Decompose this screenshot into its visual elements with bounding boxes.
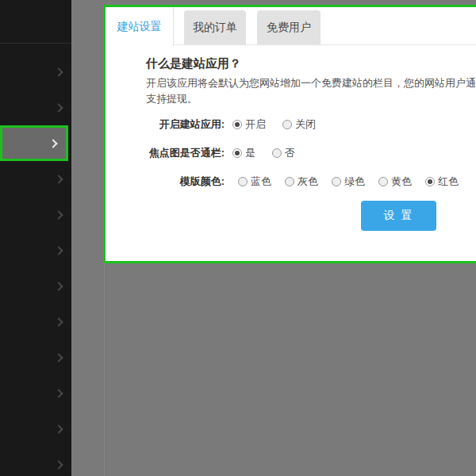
chevron-right-icon <box>54 282 63 290</box>
radio-unselected-icon[interactable] <box>378 177 388 186</box>
radio-label: 灰色 <box>298 175 318 189</box>
radio-label: 开启 <box>245 117 266 132</box>
sidebar-item[interactable] <box>0 54 71 90</box>
tab-my-orders[interactable]: 我的订单 <box>184 10 246 44</box>
sidebar <box>0 0 71 476</box>
radio-option-color-red[interactable]: 红色 <box>425 175 459 189</box>
radio-label: 黄色 <box>391 175 412 189</box>
radio-unselected-icon[interactable] <box>332 177 341 186</box>
tab-content: 什么是建站应用？ 开启该应用将会默认为您网站增加一个免费建站的栏目，您的网站用户… <box>106 46 476 261</box>
radio-option-color-yellow[interactable]: 黄色 <box>378 175 412 189</box>
chevron-right-icon <box>54 389 63 397</box>
chevron-right-icon <box>54 460 63 469</box>
radio-label: 关闭 <box>295 117 316 132</box>
radio-unselected-icon[interactable] <box>238 177 248 186</box>
chevron-right-icon <box>48 139 57 148</box>
row-label: 开启建站应用: <box>106 117 225 132</box>
radio-option-color-green[interactable]: 绿色 <box>332 175 365 189</box>
chevron-right-icon <box>54 67 63 76</box>
row-label: 焦点图是否通栏: <box>106 146 225 160</box>
radio-label: 蓝色 <box>251 175 271 189</box>
sidebar-item[interactable] <box>0 268 71 304</box>
chevron-right-icon <box>54 210 63 219</box>
intro-description-line2: 支持提现。 <box>146 92 198 106</box>
radio-unselected-icon[interactable] <box>272 148 282 158</box>
sidebar-item[interactable] <box>0 411 71 447</box>
radio-label: 是 <box>245 146 255 160</box>
radio-unselected-icon[interactable] <box>282 120 292 129</box>
sidebar-item[interactable] <box>0 375 71 411</box>
sidebar-item[interactable] <box>0 232 71 268</box>
radio-option-enable-off[interactable]: 关闭 <box>282 117 316 132</box>
sidebar-header <box>0 0 71 44</box>
sidebar-item[interactable] <box>0 161 71 197</box>
tab-free-users[interactable]: 免费用户 <box>257 10 321 44</box>
sidebar-item[interactable] <box>0 90 71 125</box>
radio-option-fullwidth-no[interactable]: 否 <box>272 146 295 160</box>
intro-description-line1: 开启该应用将会默认为您网站增加一个免费建站的栏目，您的网站用户通过 <box>146 76 476 90</box>
radio-option-fullwidth-yes[interactable]: 是 <box>232 146 255 160</box>
radio-option-color-gray[interactable]: 灰色 <box>285 175 318 189</box>
sidebar-item[interactable] <box>0 447 71 476</box>
chevron-right-icon <box>54 353 63 362</box>
radio-selected-icon[interactable] <box>232 120 242 129</box>
page-edge-divider <box>104 263 105 476</box>
radio-label: 否 <box>285 146 295 160</box>
radio-selected-icon[interactable] <box>425 177 435 186</box>
chevron-right-icon <box>54 103 63 112</box>
sidebar-nav <box>0 44 71 476</box>
intro-heading: 什么是建站应用？ <box>146 56 241 71</box>
radio-label: 红色 <box>438 175 459 189</box>
tab-site-settings[interactable]: 建站设置 <box>106 7 174 46</box>
radio-option-enable-on[interactable]: 开启 <box>232 117 266 132</box>
radio-selected-icon[interactable] <box>232 148 242 158</box>
sidebar-item[interactable] <box>0 304 71 340</box>
row-label: 模版颜色: <box>106 175 225 189</box>
chevron-right-icon <box>54 424 63 433</box>
settings-submit-button[interactable]: 设 置 <box>361 201 436 231</box>
tab-bar: 建站设置 我的订单 免费用户 <box>106 7 476 45</box>
radio-unselected-icon[interactable] <box>285 177 294 186</box>
sidebar-item[interactable] <box>0 340 71 375</box>
sidebar-item[interactable] <box>0 197 71 232</box>
radio-option-color-blue[interactable]: 蓝色 <box>238 175 271 189</box>
radio-label: 绿色 <box>344 175 365 189</box>
chevron-right-icon <box>54 246 63 255</box>
chevron-right-icon <box>54 317 63 326</box>
sidebar-item-active[interactable] <box>0 125 68 161</box>
chevron-right-icon <box>54 175 63 183</box>
site-settings-panel: 建站设置 我的订单 免费用户 什么是建站应用？ 开启该应用将会默认为您网站增加一… <box>103 5 476 263</box>
